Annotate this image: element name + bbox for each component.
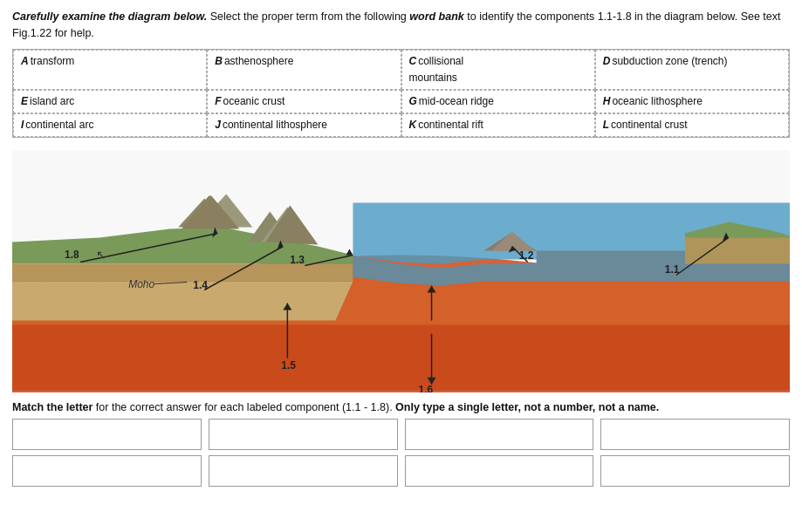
svg-text:1.2: 1.2 (519, 250, 534, 263)
word-bank-cell-b: Basthenosphere (207, 50, 401, 90)
svg-text:↖: ↖ (96, 249, 106, 263)
word-bank-letter-g: G (409, 95, 417, 107)
svg-text:1.6: 1.6 (419, 384, 434, 392)
svg-text:1.5: 1.5 (281, 359, 296, 372)
word-bank-term-c: collisionalmountains (409, 55, 464, 84)
word-bank-term-l: continental crust (611, 119, 687, 131)
word-bank-cell-g: Gmid-ocean ridge (401, 90, 595, 113)
svg-marker-4 (12, 282, 353, 321)
word-bank-letter-d: D (603, 55, 611, 67)
match-instruction: Match the letter for the correct answer … (12, 401, 790, 413)
word-bank-letter-j: J (215, 119, 221, 131)
word-bank-term-h: oceanic lithosphere (612, 95, 702, 107)
instructions-line2: Select the proper term from the followin… (207, 10, 409, 23)
instructions-line3: word bank (409, 10, 464, 23)
answer-box-4[interactable] (600, 419, 790, 450)
word-bank-letter-c: C (409, 55, 417, 67)
word-bank-cell-f: Foceanic crust (207, 90, 401, 113)
answer-box-7[interactable] (405, 455, 594, 487)
word-bank-letter-e: E (21, 95, 28, 107)
word-bank: Atransform Basthenosphere Ccollisionalmo… (12, 49, 790, 139)
svg-text:1.3: 1.3 (290, 255, 305, 267)
word-bank-cell-e: Eisland arc (13, 90, 207, 113)
word-bank-term-e: island arc (30, 95, 74, 107)
word-bank-letter-f: F (215, 95, 221, 107)
word-bank-term-a: transform (31, 55, 75, 67)
match-instruction-bold: Match the letter (12, 401, 93, 413)
answer-box-2[interactable] (209, 419, 398, 450)
instructions: Carefully examine the diagram below. Sel… (12, 9, 790, 42)
word-bank-letter-l: L (603, 119, 609, 131)
svg-text:1.1: 1.1 (665, 263, 680, 276)
svg-text:Moho: Moho (128, 278, 154, 290)
word-bank-letter-h: H (603, 95, 611, 107)
word-bank-term-i: continental arc (25, 119, 93, 131)
word-bank-letter-i: I (21, 119, 24, 131)
word-bank-letter-b: B (215, 55, 223, 67)
answer-box-1[interactable] (12, 419, 202, 450)
match-instruction-text2: for the correct answer for each labeled … (93, 401, 395, 413)
answer-grid (12, 419, 790, 487)
word-bank-term-j: continental lithosphere (223, 119, 327, 131)
answer-box-6[interactable] (209, 455, 398, 487)
answer-box-3[interactable] (405, 419, 594, 450)
word-bank-term-k: continental rift (418, 119, 483, 131)
word-bank-cell-k: Kcontinental rift (401, 113, 595, 137)
word-bank-cell-i: Icontinental arc (13, 113, 207, 137)
answer-box-5[interactable] (12, 455, 202, 487)
svg-text:1.8: 1.8 (65, 249, 79, 262)
diagram-svg: 1.8 ↖ 1.4 1.3 1.2 1.1 Moho 1.5 1.6 (12, 148, 790, 392)
word-bank-cell-c: Ccollisionalmountains (401, 50, 595, 90)
word-bank-cell-d: Dsubduction zone (trench) (595, 50, 789, 90)
svg-text:1.4: 1.4 (193, 279, 208, 291)
word-bank-cell-l: Lcontinental crust (595, 113, 789, 137)
word-bank-cell-j: Jcontinental lithosphere (207, 113, 401, 137)
diagram-area: 1.8 ↖ 1.4 1.3 1.2 1.1 Moho 1.5 1.6 (12, 148, 790, 392)
instructions-line1: Carefully examine the diagram below. (12, 10, 207, 23)
word-bank-term-f: oceanic crust (223, 95, 285, 107)
word-bank-cell-h: Hoceanic lithosphere (595, 90, 789, 113)
match-instruction-bold2: Only type a single letter, not a number,… (395, 401, 659, 413)
word-bank-term-d: subduction zone (trench) (612, 55, 727, 67)
word-bank-letter-a: A (21, 55, 29, 67)
word-bank-cell-a: Atransform (13, 50, 207, 90)
word-bank-letter-k: K (409, 119, 417, 131)
word-bank-term-b: asthenosphere (224, 55, 293, 67)
word-bank-term-g: mid-ocean ridge (419, 95, 494, 107)
answer-box-8[interactable] (600, 455, 790, 487)
